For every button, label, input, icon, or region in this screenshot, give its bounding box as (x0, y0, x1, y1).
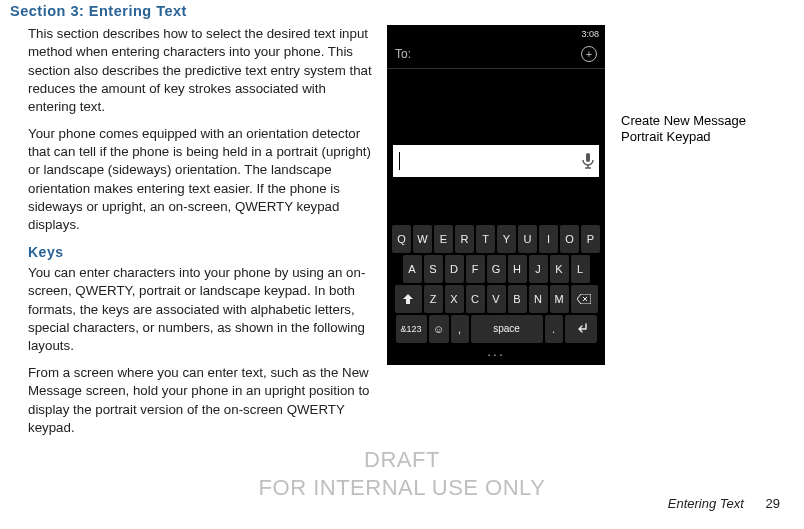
phone-to-row: To: + (387, 43, 605, 68)
key-d: D (445, 255, 464, 283)
key-u: U (518, 225, 537, 253)
key-m: M (550, 285, 569, 313)
key-r: R (455, 225, 474, 253)
keys-subheading: Keys (28, 243, 373, 262)
body-text-column: This section describes how to select the… (28, 25, 373, 445)
main-row: This section describes how to select the… (0, 19, 804, 445)
chapter-name: Entering Text (668, 496, 744, 511)
key-l: L (571, 255, 590, 283)
key-z: Z (424, 285, 443, 313)
numbers-symbols-key: &123 (396, 315, 427, 343)
key-h: H (508, 255, 527, 283)
key-b: B (508, 285, 527, 313)
key-e: E (434, 225, 453, 253)
comma-key: , (451, 315, 469, 343)
key-x: X (445, 285, 464, 313)
text-cursor (399, 152, 400, 170)
space-key: space (471, 315, 543, 343)
key-c: C (466, 285, 485, 313)
kbd-row-3: Z X C V B N M (387, 285, 605, 313)
kbd-row-2: A S D F G H J K L (387, 255, 605, 283)
paragraph-1: This section describes how to select the… (28, 25, 373, 117)
key-v: V (487, 285, 506, 313)
key-j: J (529, 255, 548, 283)
phone-column: 3:08 To: + Q (387, 25, 607, 445)
caption-line-2: Portrait Keypad (621, 129, 791, 145)
paragraph-3: You can enter characters into your phone… (28, 264, 373, 356)
backspace-key-icon (571, 285, 598, 313)
key-k: K (550, 255, 569, 283)
caption-line-1: Create New Message (621, 113, 791, 129)
period-key: . (545, 315, 563, 343)
enter-key-icon (565, 315, 597, 343)
watermark-line-1: DRAFT (0, 446, 804, 474)
key-y: Y (497, 225, 516, 253)
figure-caption: Create New Message Portrait Keypad (621, 25, 791, 445)
key-o: O (560, 225, 579, 253)
microphone-icon (581, 152, 595, 170)
on-screen-keyboard: Q W E R T Y U I O P A S D F G H (387, 223, 605, 365)
paragraph-4: From a screen where you can enter text, … (28, 364, 373, 437)
divider (387, 68, 605, 69)
key-a: A (403, 255, 422, 283)
key-q: Q (392, 225, 411, 253)
message-input-field (393, 145, 599, 177)
key-t: T (476, 225, 495, 253)
key-s: S (424, 255, 443, 283)
paragraph-2: Your phone comes equipped with an orient… (28, 125, 373, 235)
phone-screenshot: 3:08 To: + Q (387, 25, 605, 365)
app-bar-dots-icon: ... (387, 343, 605, 355)
kbd-row-1: Q W E R T Y U I O P (387, 225, 605, 253)
emoji-key-icon: ☺ (429, 315, 449, 343)
page-number: 29 (766, 496, 780, 511)
key-n: N (529, 285, 548, 313)
key-f: F (466, 255, 485, 283)
key-p: P (581, 225, 600, 253)
key-w: W (413, 225, 432, 253)
add-recipient-icon: + (581, 46, 597, 62)
kbd-row-4: &123 ☺ , space . (387, 315, 605, 343)
page-footer: Entering Text 29 (668, 496, 780, 511)
phone-time: 3:08 (581, 29, 599, 39)
section-title: Section 3: Entering Text (0, 0, 804, 19)
key-g: G (487, 255, 506, 283)
phone-status-bar: 3:08 (387, 25, 605, 43)
svg-rect-0 (586, 153, 590, 162)
to-label: To: (395, 47, 411, 61)
watermark: DRAFT FOR INTERNAL USE ONLY (0, 446, 804, 501)
shift-key-icon (395, 285, 422, 313)
key-i: I (539, 225, 558, 253)
